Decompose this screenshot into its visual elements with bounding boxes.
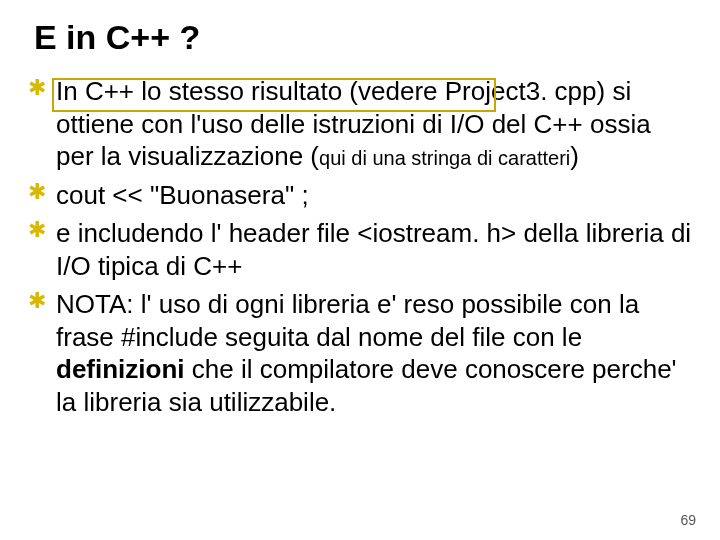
bullet-1-text-a: In C++ lo stesso risultato (vedere <box>56 76 438 106</box>
bullet-4: ✱ NOTA: l' uso di ogni libreria e' reso … <box>28 288 692 418</box>
bullet-icon: ✱ <box>28 292 46 310</box>
bullet-icon: ✱ <box>28 221 46 239</box>
bullet-1-text-c: qui di una stringa di caratteri <box>319 147 570 169</box>
bullet-4-text-a: NOTA: l' uso di ogni libreria e' reso po… <box>56 289 639 352</box>
slide-content: E in C++ ? ✱ In C++ lo stesso risultato … <box>0 0 720 418</box>
bullet-3: ✱ e includendo l' header file <iostream.… <box>28 217 692 282</box>
page-number: 69 <box>680 512 696 528</box>
bullet-list: ✱ In C++ lo stesso risultato (vedere Pro… <box>28 75 692 418</box>
bullet-icon: ✱ <box>28 183 46 201</box>
slide-title: E in C++ ? <box>34 18 692 57</box>
bullet-4-text-bold: definizioni <box>56 354 185 384</box>
bullet-2-text: cout << "Buonasera" ; <box>56 180 309 210</box>
bullet-3-text: e includendo l' header file <iostream. h… <box>56 218 691 281</box>
bullet-1-text-d: ) <box>570 141 579 171</box>
bullet-2: ✱ cout << "Buonasera" ; <box>28 179 692 212</box>
bullet-1: ✱ In C++ lo stesso risultato (vedere Pro… <box>28 75 692 173</box>
bullet-icon: ✱ <box>28 79 46 97</box>
